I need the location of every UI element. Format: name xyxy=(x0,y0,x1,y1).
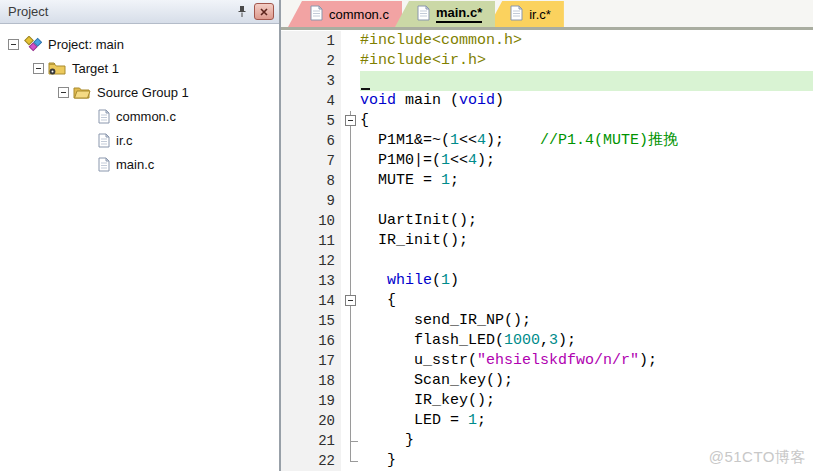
code-text: #include<common.h> xyxy=(360,31,813,51)
fold-margin xyxy=(341,451,360,471)
fold-margin xyxy=(341,51,360,71)
fold-margin xyxy=(341,31,360,51)
code-text: MUTE = 1; xyxy=(360,171,813,191)
code-line[interactable]: 9 xyxy=(281,191,813,211)
collapse-minus-icon[interactable] xyxy=(33,63,44,74)
fold-margin xyxy=(341,171,360,191)
line-number: 20 xyxy=(281,411,341,431)
line-number: 5 xyxy=(281,111,341,131)
tab-main-c[interactable]: main.c* xyxy=(395,1,495,27)
line-number: 10 xyxy=(281,211,341,231)
fold-toggle-icon[interactable] xyxy=(341,111,360,131)
document-icon xyxy=(310,5,323,24)
code-editor[interactable]: 1#include<common.h>2#include<ir.h>34void… xyxy=(281,30,813,471)
open-folder-icon xyxy=(73,85,91,99)
code-text: UartInit(); xyxy=(360,211,813,231)
code-line[interactable]: 5{ xyxy=(281,111,813,131)
line-number: 12 xyxy=(281,251,341,271)
fold-toggle-icon[interactable] xyxy=(341,291,360,311)
code-line[interactable]: 12 xyxy=(281,251,813,271)
code-text: while(1) xyxy=(360,271,813,291)
tree-item-label: main.c xyxy=(116,157,154,172)
tree-item-common-c[interactable]: common.c xyxy=(0,104,279,128)
close-icon[interactable] xyxy=(254,3,274,20)
tab-common-c[interactable]: common.c xyxy=(288,1,402,27)
text-caret xyxy=(361,88,370,90)
code-text xyxy=(360,251,813,271)
project-icon xyxy=(23,36,42,52)
tree-item-label: ir.c xyxy=(116,133,133,148)
ide-window: Project Project: mainTarget 1Source Grou… xyxy=(0,0,813,471)
pin-icon[interactable] xyxy=(234,4,250,20)
line-number: 11 xyxy=(281,231,341,251)
fold-margin xyxy=(341,331,360,351)
target-folder-icon xyxy=(48,61,66,75)
document-icon xyxy=(510,5,523,24)
project-tree: Project: mainTarget 1Source Group 1commo… xyxy=(0,24,279,176)
code-line[interactable]: 2#include<ir.h> xyxy=(281,51,813,71)
code-text xyxy=(360,191,813,211)
line-number: 3 xyxy=(281,71,341,91)
tree-item-label: Project: main xyxy=(48,37,124,52)
line-number: 15 xyxy=(281,311,341,331)
line-number: 18 xyxy=(281,371,341,391)
line-number: 9 xyxy=(281,191,341,211)
tree-item-label: common.c xyxy=(116,109,176,124)
tab-label: main.c* xyxy=(436,5,482,23)
code-line[interactable]: 16 flash_LED(1000,3); xyxy=(281,331,813,351)
file-icon xyxy=(98,109,110,124)
tree-item-source-group-1[interactable]: Source Group 1 xyxy=(0,80,279,104)
line-number: 6 xyxy=(281,131,341,151)
fold-margin xyxy=(341,211,360,231)
fold-margin xyxy=(341,191,360,211)
code-line[interactable]: 7 P1M0|=(1<<4); xyxy=(281,151,813,171)
collapse-minus-icon[interactable] xyxy=(58,87,69,98)
code-line[interactable]: 3 xyxy=(281,71,813,91)
panel-title: Project xyxy=(8,4,234,19)
tree-item-target-1[interactable]: Target 1 xyxy=(0,56,279,80)
code-line[interactable]: 11 IR_init(); xyxy=(281,231,813,251)
tree-item-label: Source Group 1 xyxy=(97,85,189,100)
code-text: { xyxy=(360,291,813,311)
tree-item-label: Target 1 xyxy=(72,61,119,76)
line-number: 1 xyxy=(281,31,341,51)
code-text: u_sstr("ehsielskdfwo/n/r"); xyxy=(360,351,813,371)
code-line[interactable]: 10 UartInit(); xyxy=(281,211,813,231)
code-line[interactable]: 13 while(1) xyxy=(281,271,813,291)
fold-margin xyxy=(341,231,360,251)
code-text: IR_init(); xyxy=(360,231,813,251)
code-text: { xyxy=(360,111,813,131)
code-line[interactable]: 8 MUTE = 1; xyxy=(281,171,813,191)
tree-item-project-main[interactable]: Project: main xyxy=(0,32,279,56)
fold-margin xyxy=(341,251,360,271)
line-number: 13 xyxy=(281,271,341,291)
collapse-minus-icon[interactable] xyxy=(8,39,19,50)
tab-ir-c[interactable]: ir.c* xyxy=(488,1,564,27)
code-text: IR_key(); xyxy=(360,391,813,411)
tree-item-main-c[interactable]: main.c xyxy=(0,152,279,176)
line-number: 17 xyxy=(281,351,341,371)
line-number: 22 xyxy=(281,451,341,471)
file-icon xyxy=(98,133,110,148)
code-line[interactable]: 14 { xyxy=(281,291,813,311)
fold-margin xyxy=(341,351,360,371)
code-line[interactable]: 15 send_IR_NP(); xyxy=(281,311,813,331)
tree-item-ir-c[interactable]: ir.c xyxy=(0,128,279,152)
code-text xyxy=(360,71,813,91)
code-line[interactable]: 6 P1M1&=~(1<<4); //P1.4(MUTE)推挽 xyxy=(281,131,813,151)
code-text: send_IR_NP(); xyxy=(360,311,813,331)
code-line[interactable]: 17 u_sstr("ehsielskdfwo/n/r"); xyxy=(281,351,813,371)
line-number: 4 xyxy=(281,91,341,111)
code-line[interactable]: 20 LED = 1; xyxy=(281,411,813,431)
fold-margin xyxy=(341,311,360,331)
code-line[interactable]: 19 IR_key(); xyxy=(281,391,813,411)
line-number: 21 xyxy=(281,431,341,451)
code-line[interactable]: 4void main (void) xyxy=(281,91,813,111)
code-line[interactable]: 18 Scan_key(); xyxy=(281,371,813,391)
code-line[interactable]: 1#include<common.h> xyxy=(281,31,813,51)
code-text: P1M0|=(1<<4); xyxy=(360,151,813,171)
project-panel-header: Project xyxy=(0,0,279,24)
fold-margin xyxy=(341,151,360,171)
tab-label: ir.c* xyxy=(529,7,551,22)
fold-margin xyxy=(341,271,360,291)
